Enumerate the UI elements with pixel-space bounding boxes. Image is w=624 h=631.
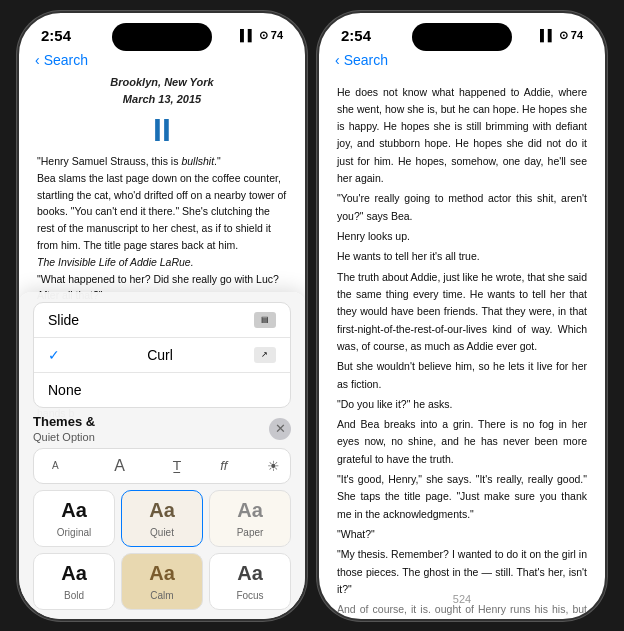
reading-para-3: Henry looks up. xyxy=(337,228,587,245)
reading-para-2: "You're really going to method actor thi… xyxy=(337,190,587,225)
theme-grid: Aa Original Aa Quiet Aa Paper Aa Bold xyxy=(33,490,291,610)
theme-bold-label: Bold xyxy=(64,590,84,601)
dynamic-island xyxy=(112,23,212,51)
curl-option[interactable]: ✓ Curl ↗ xyxy=(34,338,290,373)
reading-para-5: The truth about Addie, just like he wrot… xyxy=(337,269,587,356)
font-serif-icon[interactable]: ff xyxy=(220,458,227,473)
reading-para-1: He does not know what happened to Addie,… xyxy=(337,84,587,188)
phone-1: 2:54 ▌▌ ⊙ 74 ‹ Search Brooklyn, New York… xyxy=(17,11,307,621)
theme-focus[interactable]: Aa Focus xyxy=(209,553,291,610)
page-turn-options: Slide ▤ ✓ Curl ↗ None xyxy=(33,302,291,408)
book-content-1: Brooklyn, New York March 13, 2015 II "He… xyxy=(19,74,305,621)
back-arrow-2[interactable]: ‹ xyxy=(335,52,340,68)
time-2: 2:54 xyxy=(341,27,371,44)
reading-para-11: "My thesis. Remember? I wanted to do it … xyxy=(337,546,587,598)
book-para-3: The Invisible Life of Addie LaRue. xyxy=(37,254,287,271)
none-label: None xyxy=(48,382,81,398)
font-increase-button[interactable]: A xyxy=(106,455,133,477)
theme-paper-label: Paper xyxy=(237,527,264,538)
theme-quiet-aa: Aa xyxy=(132,499,192,522)
font-decrease-button[interactable]: A xyxy=(44,458,67,473)
theme-calm[interactable]: Aa Calm xyxy=(121,553,203,610)
theme-quiet[interactable]: Aa Quiet xyxy=(121,490,203,547)
curl-icon: ↗ xyxy=(254,347,276,363)
theme-original-aa: Aa xyxy=(44,499,104,522)
chapter-num: II xyxy=(37,111,287,149)
quiet-option-label: Quiet Option xyxy=(33,431,95,443)
brightness-icon[interactable]: ☀ xyxy=(267,458,280,474)
theme-calm-label: Calm xyxy=(150,590,173,601)
theme-focus-aa: Aa xyxy=(220,562,280,585)
theme-original[interactable]: Aa Original xyxy=(33,490,115,547)
time-1: 2:54 xyxy=(41,27,71,44)
themes-header: Themes & Quiet Option ✕ xyxy=(33,414,291,444)
book-location: Brooklyn, New York March 13, 2015 xyxy=(37,74,287,109)
book-para-2: Bea slams the last page down on the coff… xyxy=(37,170,287,254)
reading-para-6: But she wouldn't believe him, so he lets… xyxy=(337,358,587,393)
reading-para-4: He wants to tell her it's all true. xyxy=(337,248,587,265)
themes-title: Themes & Quiet Option xyxy=(33,414,95,444)
theme-bold-aa: Aa xyxy=(44,562,104,585)
page-number: 524 xyxy=(453,593,471,605)
reading-para-8: And Bea breaks into a grin. There is no … xyxy=(337,416,587,468)
theme-original-label: Original xyxy=(57,527,91,538)
slide-icon: ▤ xyxy=(254,312,276,328)
theme-calm-aa: Aa xyxy=(132,562,192,585)
font-size-controls: A A T̲ ff ☀ xyxy=(33,448,291,484)
search-label-2[interactable]: Search xyxy=(344,52,388,68)
theme-quiet-label: Quiet xyxy=(150,527,174,538)
font-style-icon[interactable]: T̲ xyxy=(173,458,181,473)
search-bar-1[interactable]: ‹ Search xyxy=(19,48,305,74)
reading-para-7: "Do you like it?" he asks. xyxy=(337,396,587,413)
curl-checkmark: ✓ xyxy=(48,347,60,363)
slide-label: Slide xyxy=(48,312,79,328)
theme-bold[interactable]: Aa Bold xyxy=(33,553,115,610)
slide-option[interactable]: Slide ▤ xyxy=(34,303,290,338)
none-option[interactable]: None xyxy=(34,373,290,407)
dynamic-island-2 xyxy=(412,23,512,51)
reading-para-10: "What?" xyxy=(337,526,587,543)
theme-paper[interactable]: Aa Paper xyxy=(209,490,291,547)
reading-content: He does not know what happened to Addie,… xyxy=(319,74,605,621)
status-icons-1: ▌▌ ⊙ 74 xyxy=(240,29,283,42)
status-icons-2: ▌▌ ⊙ 74 xyxy=(540,29,583,42)
back-arrow-1[interactable]: ‹ xyxy=(35,52,40,68)
search-label-1[interactable]: Search xyxy=(44,52,88,68)
reading-para-9: "It's good, Henry," she says. "It's real… xyxy=(337,471,587,523)
theme-paper-aa: Aa xyxy=(220,499,280,522)
close-button[interactable]: ✕ xyxy=(269,418,291,440)
search-bar-2[interactable]: ‹ Search xyxy=(319,48,605,74)
settings-panel: Slide ▤ ✓ Curl ↗ None xyxy=(19,292,305,621)
theme-focus-label: Focus xyxy=(236,590,263,601)
phone-2: 2:54 ▌▌ ⊙ 74 ‹ Search He does not know w… xyxy=(317,11,607,621)
curl-label: Curl xyxy=(147,347,173,363)
book-para-1: "Henry Samuel Strauss, this is bullshit.… xyxy=(37,153,287,170)
